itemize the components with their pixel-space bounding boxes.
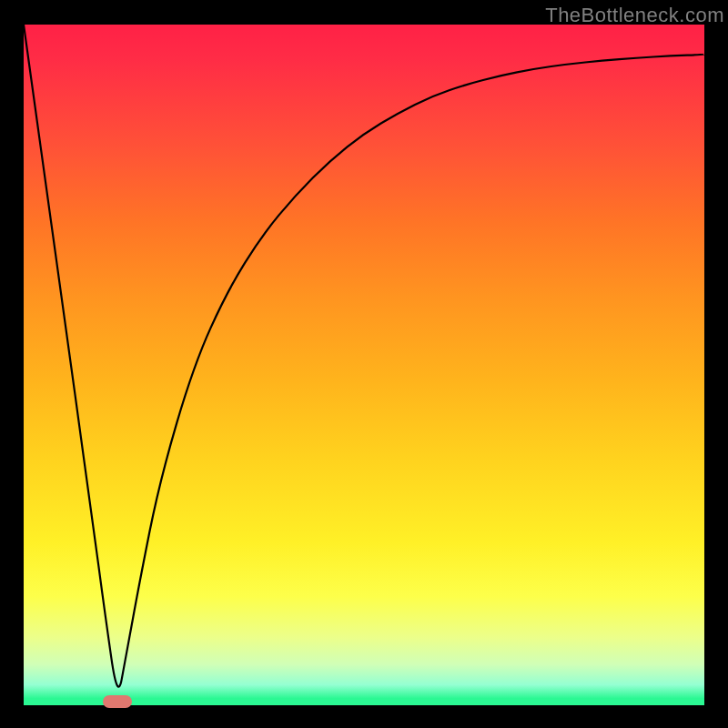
bottleneck-curve bbox=[24, 25, 704, 687]
curve-svg bbox=[24, 25, 704, 705]
chart-container: TheBottleneck.com bbox=[0, 0, 728, 728]
plot-area bbox=[24, 25, 704, 705]
